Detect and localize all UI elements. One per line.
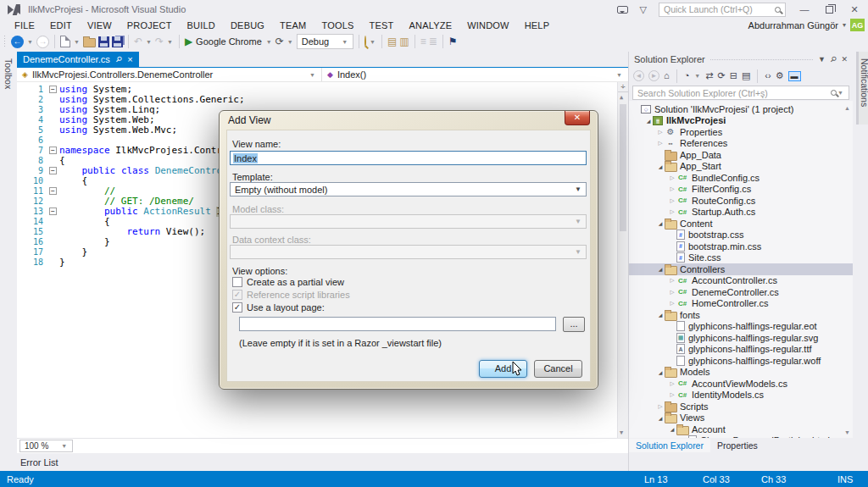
tree-item-glyphicons-halflings-regular-svg[interactable]: ▦glyphicons-halflings-regular.svg (629, 332, 853, 344)
editor-vertical-scrollbar[interactable]: ÷ ▲ ▼ (617, 82, 628, 438)
fold-collapse-icon[interactable]: − (49, 86, 57, 93)
back-icon[interactable]: ◄ (633, 70, 644, 81)
find-in-files-icon[interactable] (364, 36, 366, 47)
expand-open-icon[interactable]: ◢ (656, 415, 665, 421)
expand-open-icon[interactable]: ◢ (656, 163, 665, 169)
tree-item-controllers[interactable]: ◢Controllers (629, 263, 853, 275)
fold-margin[interactable]: − (47, 166, 59, 176)
expand-closed-icon[interactable]: ▷ (668, 380, 676, 387)
home-icon[interactable]: ⌂ (664, 71, 670, 80)
menu-item-build[interactable]: BUILD (180, 20, 223, 30)
tree-item-denemecontroller-cs[interactable]: ▷C#DenemeController.cs (629, 286, 853, 298)
save-icon[interactable] (98, 36, 109, 47)
fold-margin[interactable]: − (47, 85, 59, 95)
menu-item-team[interactable]: TEAM (272, 20, 314, 30)
close-tab-icon[interactable]: × (127, 54, 132, 64)
fold-margin[interactable]: − (47, 207, 59, 217)
partial-view-checkbox[interactable]: Create as a partial view (232, 277, 344, 287)
avatar[interactable]: AG (850, 19, 865, 31)
tree-item-app-data[interactable]: App_Data (629, 149, 853, 161)
user-name[interactable]: Abdurrahman Güngör (748, 20, 838, 30)
expand-open-icon[interactable]: ◢ (656, 220, 665, 226)
dialog-close-button[interactable]: ✕ (565, 111, 590, 125)
tree-item-filterconfig-cs[interactable]: ▷C#FilterConfig.cs (629, 184, 853, 196)
minimize-button[interactable]: — (798, 4, 811, 14)
menu-item-view[interactable]: VIEW (80, 20, 120, 30)
tree-item-glyphicons-halflings-regular-woff[interactable]: glyphicons-halflings-regular.woff (629, 355, 853, 367)
start-debugging-button[interactable]: ▶Google Chrome▼ (185, 36, 273, 47)
bookmark-icon[interactable]: ⚑ (448, 36, 458, 47)
window-menu-icon[interactable]: ▼ (818, 55, 826, 64)
expand-closed-icon[interactable]: ▷ (656, 140, 665, 147)
solution-tree[interactable]: ▲ ▼ ◇Solution 'IlkMvcProjesi' (1 project… (629, 101, 853, 438)
tree-item-fonts[interactable]: ◢fonts (629, 309, 853, 321)
tree-item-app-start[interactable]: ◢App_Start (629, 161, 853, 173)
chevron-down-icon[interactable]: ▼ (693, 73, 701, 79)
dropdown-arrow-icon[interactable]: ▼ (369, 39, 376, 45)
expand-closed-icon[interactable]: ▷ (668, 174, 676, 181)
tree-item-routeconfig-cs[interactable]: ▷C#RouteConfig.cs (629, 195, 853, 207)
uncomment-lines-icon[interactable]: ≣ (429, 36, 437, 47)
fold-collapse-icon[interactable]: − (49, 147, 57, 154)
view-name-input[interactable]: Index (230, 151, 587, 165)
fold-margin[interactable]: − (47, 146, 59, 156)
forward-icon[interactable]: ► (648, 70, 659, 81)
open-file-icon[interactable] (83, 38, 96, 47)
error-list-panel[interactable]: Error List (0, 453, 628, 471)
menu-item-project[interactable]: PROJECT (120, 20, 180, 30)
dialog-titlebar[interactable]: Add View (220, 111, 598, 130)
menu-item-analyze[interactable]: ANALYZE (401, 20, 459, 30)
comment-lines-icon[interactable]: ≡ (420, 36, 426, 47)
notifications-tab[interactable]: Notifications (856, 52, 868, 125)
tree-item-bundleconfig-cs[interactable]: ▷C#BundleConfig.cs (629, 172, 853, 184)
solution-explorer-titlebar[interactable]: Solution Explorer ▼ ⚲ ✕ (629, 52, 853, 67)
expand-open-icon[interactable]: ◢ (656, 312, 665, 318)
tree-item-site-css[interactable]: #Site.css (629, 252, 853, 264)
tree-item-bootstrap-css[interactable]: #bootstrap.css (629, 230, 853, 241)
refresh-icon[interactable]: ⟳ (275, 36, 284, 47)
tree-item-account[interactable]: ◢Account (629, 423, 853, 435)
preview-selected-items-icon[interactable]: ▬ (788, 71, 801, 81)
fold-collapse-icon[interactable]: − (49, 187, 57, 195)
fold-margin[interactable]: − (47, 186, 59, 196)
refresh-icon[interactable]: ⟳ (717, 71, 725, 80)
tree-item-references[interactable]: ▷▪▪References (629, 138, 853, 150)
menu-item-test[interactable]: TEST (362, 20, 402, 30)
undo-icon[interactable]: ↶ (134, 36, 142, 47)
tree-item-ilkmvcprojesi[interactable]: ◢≣IlkMvcProjesi (629, 115, 853, 127)
member-dropdown[interactable]: ◆ Index() ▼ (322, 68, 628, 81)
new-project-icon[interactable] (60, 36, 70, 47)
collapse-all-icon[interactable]: ⊟ (730, 71, 737, 80)
properties-page-icon[interactable]: ▤ (742, 71, 750, 80)
tree-item-properties[interactable]: ▷⚙Properties (629, 126, 853, 138)
switch-views-icon[interactable]: ⇄ (705, 71, 713, 80)
new-window-icon[interactable]: ▤ (387, 36, 397, 47)
tree-item-models[interactable]: ◢Models (629, 367, 853, 379)
expand-closed-icon[interactable]: ▷ (668, 208, 676, 215)
expand-open-icon[interactable]: ◢ (644, 118, 653, 124)
fold-collapse-icon[interactable]: − (49, 167, 57, 174)
expand-open-icon[interactable]: ◢ (668, 426, 676, 432)
dropdown-arrow-icon[interactable]: ▼ (145, 39, 153, 45)
tree-item-content[interactable]: ◢Content (629, 218, 853, 230)
template-dropdown[interactable]: Empty (without model) ▼ (230, 182, 587, 196)
navigate-forward-icon[interactable]: → (36, 36, 49, 48)
tree-item-accountviewmodels-cs[interactable]: ▷C#AccountViewModels.cs (629, 378, 853, 390)
tool-window-tab-properties[interactable]: Properties (710, 439, 765, 452)
navigate-back-icon[interactable]: ← (11, 36, 24, 48)
close-icon[interactable]: ✕ (841, 55, 848, 64)
menu-item-help[interactable]: HELP (517, 20, 558, 30)
tree-item-views[interactable]: ◢Views (629, 412, 853, 424)
dropdown-arrow-icon[interactable]: ▼ (287, 39, 294, 45)
solution-search-input[interactable]: Search Solution Explorer (Ctrl+ş) ▼ (632, 86, 849, 100)
toolbar-grip[interactable] (3, 35, 7, 48)
expand-open-icon[interactable]: ◢ (656, 369, 665, 375)
expand-closed-icon[interactable]: ▷ (656, 129, 665, 136)
save-all-icon[interactable] (112, 36, 123, 47)
tree-item-accountcontroller-cs[interactable]: ▷C#AccountController.cs (629, 275, 853, 287)
tree-item-homecontroller-cs[interactable]: ▷C#HomeController.cs (629, 298, 853, 310)
menu-item-tools[interactable]: TOOLS (314, 20, 361, 30)
toolbox-tab[interactable]: Toolbox (3, 52, 14, 89)
scrollbar-thumb[interactable] (620, 104, 626, 231)
scroll-down-arrow[interactable]: ▼ (620, 429, 623, 436)
